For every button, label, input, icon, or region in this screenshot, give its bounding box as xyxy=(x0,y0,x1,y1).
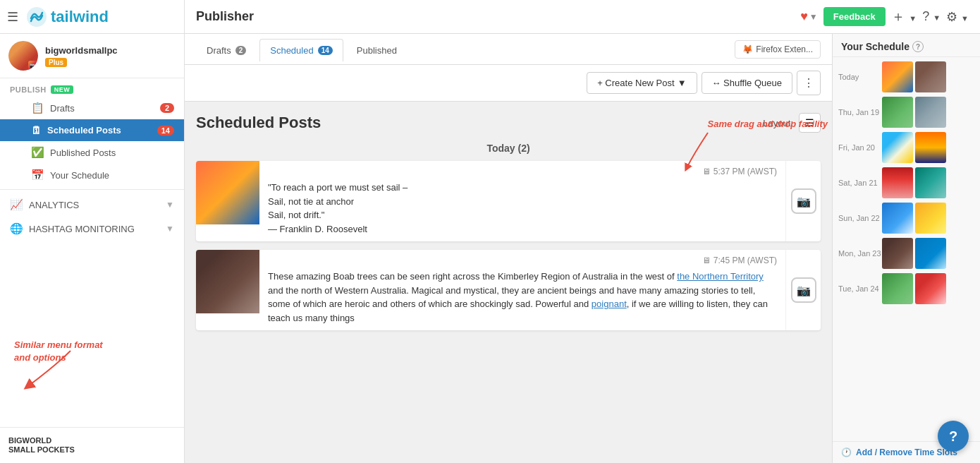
user-section: 📷 bigworldsmallpc Plus xyxy=(0,34,184,78)
sidebar-item-hashtag[interactable]: 🌐 HASHTAG MONITORING ▼ xyxy=(0,217,184,241)
schedule-day-label: Sun, Jan 22 xyxy=(838,214,882,222)
post-body: 🖥 5:37 PM (AWST) "To reach a port we mus… xyxy=(259,161,785,241)
scheduled-count: 14 xyxy=(157,126,174,136)
add-button[interactable]: ＋ ▼ xyxy=(891,7,917,26)
create-post-button[interactable]: + Create New Post ▼ xyxy=(587,72,697,94)
schedule-day-mon: Mon, Jan 23 xyxy=(838,238,974,269)
schedule-thumb[interactable] xyxy=(882,238,913,269)
sidebar-item-analytics[interactable]: 📈 ANALYTICS ▼ xyxy=(0,193,184,217)
schedule-thumb[interactable] xyxy=(915,203,946,234)
hamburger-icon[interactable]: ☰ xyxy=(7,9,18,25)
schedule-day-label: Fri, Jan 20 xyxy=(838,143,882,152)
schedule-thumb[interactable] xyxy=(915,61,946,92)
heart-button[interactable]: ♥ ▼ xyxy=(800,9,818,24)
tab-published[interactable]: Published xyxy=(346,39,408,61)
sidebar: ☰ tailwind 📷 bigworldsmallpc Plus PUBLIS… xyxy=(0,0,185,463)
layout-label: Layout: xyxy=(763,118,793,128)
schedule-thumbs xyxy=(882,238,946,269)
post-body: 🖥 7:45 PM (AWST) These amazing Boab tree… xyxy=(259,250,785,330)
schedule-thumb[interactable] xyxy=(882,203,913,234)
create-post-chevron-icon: ▼ xyxy=(678,78,687,88)
schedule-day-fri: Fri, Jan 20 xyxy=(838,132,974,163)
schedule-thumb[interactable] xyxy=(882,61,913,92)
schedule-thumb[interactable] xyxy=(915,273,946,304)
schedule-day-today: Today xyxy=(838,61,974,92)
sidebar-header: ☰ tailwind xyxy=(0,0,184,34)
poignant-link[interactable]: poignant xyxy=(592,299,627,309)
schedule-thumbs xyxy=(882,97,946,128)
help-bubble-button[interactable]: ? xyxy=(938,421,969,452)
left-panel: Drafts 2 Scheduled 14 Published 🦊 Firefo… xyxy=(185,34,832,463)
analytics-chevron-icon: ▼ xyxy=(166,200,174,210)
main-content: Publisher ♥ ▼ Feedback ＋ ▼ ? ▼ ⚙ ▼ Draft… xyxy=(185,0,980,463)
username: bigworldsmallpc xyxy=(45,45,118,56)
sidebar-item-your-schedule[interactable]: 📅 Your Schedule xyxy=(0,164,184,186)
schedule-thumb[interactable] xyxy=(882,132,913,163)
schedule-thumbs xyxy=(882,61,946,92)
post-actions: 📷 xyxy=(785,250,821,330)
posts-title: Scheduled Posts xyxy=(196,114,321,132)
post-card: 🖥 7:45 PM (AWST) These amazing Boab tree… xyxy=(196,250,821,330)
settings-button[interactable]: ⚙ ▼ xyxy=(946,9,969,25)
schedule-thumb[interactable] xyxy=(882,97,913,128)
shuffle-queue-button[interactable]: ↔ Shuffle Queue xyxy=(702,72,793,94)
post-meta: 🖥 5:37 PM (AWST) xyxy=(268,167,777,176)
post-image xyxy=(196,250,259,313)
schedule-thumb[interactable] xyxy=(882,273,913,304)
instagram-post-icon-2[interactable]: 📷 xyxy=(791,277,816,303)
schedule-help-button[interactable]: ? xyxy=(912,41,924,52)
schedule-thumb[interactable] xyxy=(915,132,946,163)
schedule-day-label: Tue, Jan 24 xyxy=(838,284,882,293)
tab-drafts[interactable]: Drafts 2 xyxy=(196,39,257,61)
post-actions: 📷 xyxy=(785,161,821,241)
hashtag-chevron-icon: ▼ xyxy=(166,224,174,234)
layout-control: Layout: ☰ xyxy=(763,113,821,133)
schedule-day-sun: Sun, Jan 22 xyxy=(838,203,974,234)
sidebar-item-published-posts[interactable]: ✅ Published Posts xyxy=(0,141,184,164)
post-thumbnail xyxy=(196,161,259,224)
posts-area: Scheduled Posts Layout: ☰ Today (2) Same… xyxy=(185,102,832,463)
schedule-day-thu: Thu, Jan 19 xyxy=(838,97,974,128)
feedback-button[interactable]: Feedback xyxy=(823,7,886,26)
firefox-icon: 🦊 xyxy=(742,44,753,54)
scheduled-tab-count: 14 xyxy=(318,46,333,55)
bigworld-logo: BIGWORLD SMALL POCKETS xyxy=(8,436,176,455)
post-text: These amazing Boab trees can be seen rig… xyxy=(268,270,777,325)
schedule-thumb[interactable] xyxy=(915,238,946,269)
sidebar-item-drafts[interactable]: 📋 Drafts 2 xyxy=(0,97,184,119)
sidebar-item-scheduled-posts[interactable]: 🗓 Scheduled Posts 14 xyxy=(0,119,184,141)
right-panel: Your Schedule ? Today xyxy=(832,34,980,463)
schedule-day-sat: Sat, Jan 21 xyxy=(838,167,974,198)
post-time: 🖥 7:45 PM (AWST) xyxy=(702,255,777,265)
schedule-thumb[interactable] xyxy=(882,167,913,198)
action-bar: + Create New Post ▼ ↔ Shuffle Queue ⋮ xyxy=(185,65,832,102)
post-meta: 🖥 7:45 PM (AWST) xyxy=(268,255,777,265)
schedule-list: Today Thu, Jan 19 xyxy=(833,57,980,441)
posts-header: Scheduled Posts Layout: ☰ xyxy=(196,113,821,133)
tab-scheduled[interactable]: Scheduled 14 xyxy=(259,39,343,61)
logo-text: tailwind xyxy=(51,8,109,26)
post-card: 🖥 5:37 PM (AWST) "To reach a port we mus… xyxy=(196,161,821,241)
post-text: "To reach a port we must set sail – Sail… xyxy=(268,181,777,236)
schedule-thumb[interactable] xyxy=(915,167,946,198)
clock-icon: 🖥 xyxy=(702,255,711,265)
instagram-post-icon[interactable]: 📷 xyxy=(791,188,816,214)
day-group-today: Today (2) xyxy=(196,143,821,154)
more-options-button[interactable]: ⋮ xyxy=(797,71,821,95)
topbar: Publisher ♥ ▼ Feedback ＋ ▼ ? ▼ ⚙ ▼ xyxy=(185,0,980,34)
layout-list-button[interactable]: ☰ xyxy=(799,113,821,133)
sidebar-bottom: BIGWORLD SMALL POCKETS xyxy=(0,427,184,463)
schedule-thumbs xyxy=(882,167,946,198)
content-area: Drafts 2 Scheduled 14 Published 🦊 Firefo… xyxy=(185,34,980,463)
schedule-header: Your Schedule ? xyxy=(833,34,980,57)
tabs-right-actions: 🦊 Firefox Exten... xyxy=(735,40,821,59)
user-info: bigworldsmallpc Plus xyxy=(45,45,118,67)
help-button[interactable]: ? ▼ xyxy=(922,9,941,24)
firefox-extension-button[interactable]: 🦊 Firefox Exten... xyxy=(735,40,821,59)
schedule-thumb[interactable] xyxy=(915,97,946,128)
post-image xyxy=(196,161,259,224)
tabs-bar: Drafts 2 Scheduled 14 Published 🦊 Firefo… xyxy=(185,34,832,65)
plus-badge: Plus xyxy=(45,58,67,67)
northern-territory-link[interactable]: the Northern Territory xyxy=(677,271,764,282)
schedule-day-label: Today xyxy=(838,73,882,81)
